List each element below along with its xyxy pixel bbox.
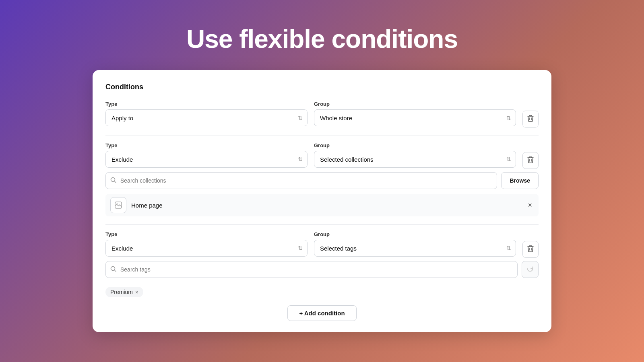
page-title: Use flexible conditions [186,24,458,54]
delete-icon-2 [527,156,534,165]
refresh-button[interactable] [522,261,539,278]
collections-search-icon [110,177,116,184]
type-select-wrapper-3: Apply to Exclude Include ⇅ [105,240,308,257]
group-field-1: Group Whole store Selected collections S… [314,101,516,126]
remove-collection-icon: × [528,201,532,210]
type-select-wrapper-2: Apply to Exclude Include ⇅ [105,151,308,168]
collection-item-home: Home page × [105,194,539,216]
type-select-3[interactable]: Apply to Exclude Include [105,240,308,257]
collections-search-row: Browse [105,172,539,189]
type-select-wrapper-1: Apply to Exclude Include ⇅ [105,109,308,126]
conditions-card: Conditions Type Apply to Exclude Include… [93,70,551,332]
delete-icon-3 [527,245,534,254]
tags-search-row [105,261,539,278]
group-label-2: Group [314,142,516,148]
type-label-1: Type [105,101,308,107]
remove-tag-button[interactable]: × [135,290,138,295]
collection-thumbnail-icon [110,197,126,213]
condition-group-1: Type Apply to Exclude Include ⇅ Group Wh… [105,101,539,128]
group-select-3[interactable]: Whole store Selected collections Selecte… [314,240,516,257]
type-label-3: Type [105,231,308,237]
group-select-wrapper-1: Whole store Selected collections Selecte… [314,109,516,126]
type-field-3: Type Apply to Exclude Include ⇅ [105,231,308,257]
delete-button-3[interactable] [522,241,539,258]
condition-group-3: Type Apply to Exclude Include ⇅ Group Wh… [105,231,539,297]
refresh-icon [526,265,534,274]
group-field-2: Group Whole store Selected collections S… [314,142,516,168]
card-title: Conditions [105,83,539,91]
type-select-2[interactable]: Apply to Exclude Include [105,151,308,168]
tags-search-wrapper [105,261,518,278]
group-select-1[interactable]: Whole store Selected collections Selecte… [314,109,516,126]
condition-row-3: Type Apply to Exclude Include ⇅ Group Wh… [105,231,539,258]
delete-button-2[interactable] [522,152,539,169]
tags-search-input[interactable] [105,261,518,278]
group-label-1: Group [314,101,516,107]
group-select-2[interactable]: Whole store Selected collections Selecte… [314,151,516,168]
browse-button[interactable]: Browse [501,172,539,189]
divider-2 [105,224,539,225]
remove-collection-button[interactable]: × [526,200,534,211]
type-field-1: Type Apply to Exclude Include ⇅ [105,101,308,126]
collections-search-input[interactable] [105,172,497,189]
divider-1 [105,136,539,136]
group-field-3: Group Whole store Selected collections S… [314,231,516,257]
add-condition-button[interactable]: + Add condition [287,305,356,321]
type-label-2: Type [105,142,308,148]
delete-button-1[interactable] [522,111,539,128]
collections-search-wrapper [105,172,497,189]
tag-premium: Premium × [105,287,143,297]
tags-container: Premium × [105,283,539,297]
delete-icon-1 [527,115,534,123]
type-field-2: Type Apply to Exclude Include ⇅ [105,142,308,168]
condition-row-1: Type Apply to Exclude Include ⇅ Group Wh… [105,101,539,128]
condition-row-2: Type Apply to Exclude Include ⇅ Group Wh… [105,142,539,169]
svg-point-2 [117,204,118,205]
tag-name: Premium [110,289,133,295]
group-label-3: Group [314,231,516,237]
tags-search-icon [110,266,116,273]
condition-group-2: Type Apply to Exclude Include ⇅ Group Wh… [105,142,539,216]
group-select-wrapper-3: Whole store Selected collections Selecte… [314,240,516,257]
type-select-1[interactable]: Apply to Exclude Include [105,109,308,126]
collection-name: Home page [131,202,521,209]
group-select-wrapper-2: Whole store Selected collections Selecte… [314,151,516,168]
